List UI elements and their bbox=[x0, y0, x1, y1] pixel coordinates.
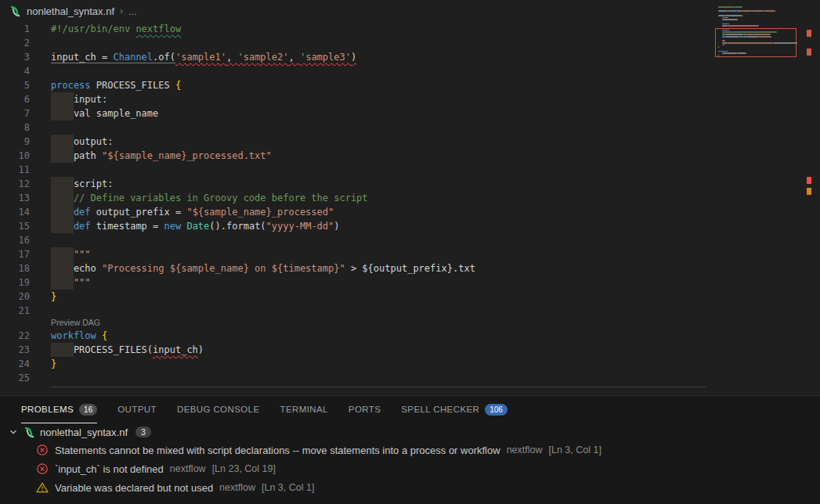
code-token: .of( bbox=[153, 52, 175, 63]
line-number: 2 bbox=[0, 36, 51, 50]
code-token: Date bbox=[186, 221, 209, 232]
code-text: } bbox=[51, 290, 56, 304]
code-line-5[interactable]: 5process PROCESS_FILES { bbox=[0, 78, 820, 92]
breadcrumb-file-name[interactable]: nonlethal_syntax.nf bbox=[27, 5, 114, 17]
code-line-18[interactable]: 18echo "Processing ${sample_name} on ${t… bbox=[0, 261, 820, 275]
code-token: echo bbox=[74, 263, 102, 274]
code-line-4[interactable]: 4 bbox=[0, 64, 820, 78]
line-number: 6 bbox=[0, 92, 51, 106]
line-number: 24 bbox=[0, 357, 51, 371]
code-line-9[interactable]: 9output: bbox=[0, 135, 820, 149]
problems-file-row[interactable]: nonlethal_syntax.nf 3 bbox=[0, 423, 820, 441]
problem-message: Variable was declared but not used bbox=[55, 482, 213, 494]
line-number: 25 bbox=[0, 371, 51, 385]
code-token: Channel bbox=[113, 52, 153, 63]
code-token: """ bbox=[74, 249, 91, 260]
indent-highlight bbox=[51, 135, 74, 149]
code-token: ().format( bbox=[209, 221, 266, 232]
minimap-line-bar bbox=[773, 42, 797, 44]
code-line-2[interactable]: 2 bbox=[0, 36, 820, 50]
line-number: 20 bbox=[0, 290, 51, 304]
codelens-preview-dag[interactable]: Preview DAG bbox=[0, 318, 820, 329]
code-line-10[interactable]: 10path "${sample_name}_processed.txt" bbox=[0, 149, 820, 163]
code-line-6[interactable]: 6input: bbox=[0, 92, 820, 106]
code-line-7[interactable]: 7val sample_name bbox=[0, 106, 820, 121]
tab-debug-console[interactable]: DEBUG CONSOLE bbox=[177, 396, 260, 423]
code-line-12[interactable]: 12script: bbox=[0, 177, 820, 191]
line-number: 14 bbox=[0, 205, 51, 219]
code-text: """ bbox=[51, 275, 91, 290]
code-line-24[interactable]: 24} bbox=[0, 357, 820, 371]
tab-problems-label: PROBLEMS bbox=[21, 405, 74, 414]
problem-item[interactable]: `input_ch` is not defined nextflow [Ln 2… bbox=[0, 459, 820, 478]
code-line-19[interactable]: 19""" bbox=[0, 275, 820, 290]
code-token: "Processing ${sample_name} on ${timestam… bbox=[102, 263, 345, 274]
nextflow-file-icon bbox=[23, 427, 35, 438]
minimap-line-bar bbox=[722, 31, 777, 33]
nextflow-file-icon bbox=[9, 5, 21, 17]
minimap[interactable] bbox=[715, 6, 803, 61]
code-token: path bbox=[74, 150, 102, 161]
code-text: input_ch = Channel.of('sample1', 'sample… bbox=[51, 50, 356, 64]
code-line-16[interactable]: 16 bbox=[0, 233, 820, 247]
line-number: 23 bbox=[0, 343, 51, 357]
panel-tab-bar: PROBLEMS 16 OUTPUT DEBUG CONSOLE TERMINA… bbox=[0, 396, 820, 423]
code-line-1[interactable]: 1#!/usr/bin/env nextflow bbox=[0, 22, 820, 36]
indent-highlight bbox=[51, 343, 74, 357]
code-editor[interactable]: 1#!/usr/bin/env nextflow23input_ch = Cha… bbox=[0, 22, 820, 387]
code-token: > ${output_prefix}.txt bbox=[345, 263, 475, 274]
tab-terminal[interactable]: TERMINAL bbox=[280, 396, 327, 423]
code-text: output: bbox=[51, 135, 113, 149]
minimap-line-bar bbox=[742, 15, 742, 16]
code-line-3[interactable]: 3input_ch = Channel.of('sample1', 'sampl… bbox=[0, 50, 820, 64]
code-lines: 1#!/usr/bin/env nextflow23input_ch = Cha… bbox=[0, 22, 820, 385]
code-line-20[interactable]: 20} bbox=[0, 290, 820, 304]
tab-problems[interactable]: PROBLEMS 16 bbox=[21, 396, 97, 423]
code-token: output: bbox=[74, 136, 114, 147]
minimap-line-bar bbox=[722, 42, 728, 44]
code-token: timestamp = bbox=[91, 221, 164, 232]
code-token: input_ch bbox=[51, 52, 96, 63]
code-token: ) bbox=[334, 221, 339, 232]
breadcrumb-more[interactable]: ... bbox=[128, 5, 137, 17]
code-line-17[interactable]: 17""" bbox=[0, 247, 820, 261]
code-text: input: bbox=[51, 92, 107, 106]
minimap-line-bar bbox=[718, 6, 734, 8]
chevron-right-icon: › bbox=[120, 5, 123, 16]
problem-location: [Ln 3, Col 1] bbox=[262, 482, 314, 493]
minimap-line-bar bbox=[737, 10, 741, 12]
code-text: // Define variables in Groovy code befor… bbox=[51, 191, 368, 205]
code-line-8[interactable]: 8 bbox=[0, 121, 820, 135]
code-token: } bbox=[51, 291, 56, 302]
code-line-25[interactable]: 25 bbox=[0, 371, 820, 385]
code-line-11[interactable]: 11 bbox=[0, 163, 820, 177]
minimap-line-bar bbox=[753, 10, 763, 12]
code-token: , bbox=[288, 52, 299, 63]
problems-badge: 16 bbox=[79, 404, 97, 416]
tab-output[interactable]: OUTPUT bbox=[117, 396, 157, 423]
code-line-13[interactable]: 13// Define variables in Groovy code bef… bbox=[0, 191, 820, 205]
code-line-21[interactable]: 21 bbox=[0, 304, 820, 318]
code-token: process bbox=[51, 80, 91, 91]
code-line-14[interactable]: 14def output_prefix = "${sample_name}_pr… bbox=[0, 205, 820, 219]
code-token: "${sample_name}_processed" bbox=[186, 207, 334, 218]
code-line-23[interactable]: 23PROCESS_FILES(input_ch) bbox=[0, 343, 820, 357]
problem-item[interactable]: Variable was declared but not used nextf… bbox=[0, 478, 820, 497]
problems-file-count-badge: 3 bbox=[135, 427, 151, 437]
code-token: = bbox=[96, 52, 114, 63]
code-line-15[interactable]: 15def timestamp = new Date().format("yyy… bbox=[0, 219, 820, 233]
code-token: input_ch bbox=[153, 344, 198, 355]
line-number: 7 bbox=[0, 106, 51, 121]
problem-source: nextflow bbox=[219, 482, 255, 493]
code-line-22[interactable]: 22workflow { bbox=[0, 329, 820, 343]
minimap-line-bar bbox=[743, 34, 771, 35]
overview-ruler-mark bbox=[807, 177, 811, 184]
overview-ruler-mark bbox=[807, 49, 811, 56]
tab-spell-checker[interactable]: SPELL CHECKER 106 bbox=[401, 396, 508, 423]
code-token: new bbox=[164, 221, 182, 232]
tab-ports[interactable]: PORTS bbox=[349, 396, 381, 423]
minimap-line-bar bbox=[725, 15, 741, 16]
error-icon bbox=[36, 444, 49, 456]
code-text: script: bbox=[51, 177, 113, 191]
problem-item[interactable]: Statements cannot be mixed with script d… bbox=[0, 441, 820, 459]
